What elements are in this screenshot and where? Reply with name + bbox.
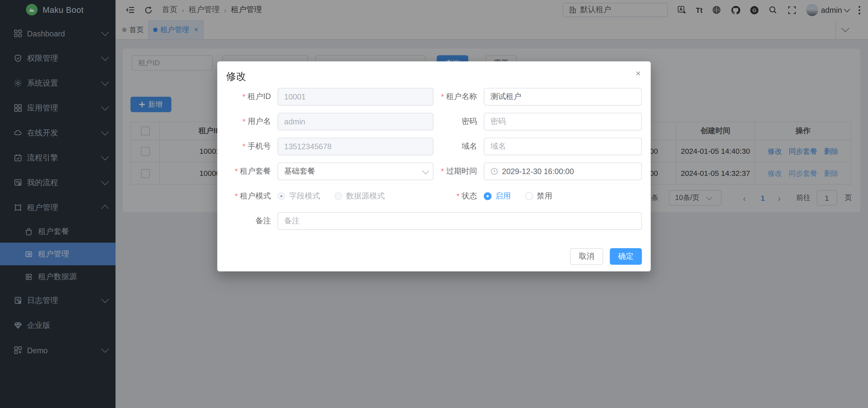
confirm-button[interactable]: 确定: [610, 248, 642, 265]
tab-overflow-button[interactable]: [835, 20, 855, 39]
sync-package-link[interactable]: 同步套餐: [788, 168, 817, 178]
close-icon[interactable]: ×: [636, 69, 641, 78]
prev-page-button[interactable]: ‹: [743, 190, 746, 206]
row-checkbox[interactable]: [141, 169, 150, 178]
sidebar-item-label: 应用管理: [27, 103, 102, 113]
chevron-down-icon: [101, 152, 109, 160]
radio-label: 字段模式: [289, 191, 320, 201]
tab-dot: [153, 27, 158, 32]
tab-tenant-management[interactable]: 租户管理 ×: [148, 20, 203, 39]
row-checkbox[interactable]: [141, 147, 150, 156]
sidebar-item-tenant-package[interactable]: 租户套餐: [0, 220, 116, 243]
tab-label: 首页: [129, 25, 144, 35]
locale-icon[interactable]: [677, 5, 686, 14]
sidebar-item-app-management[interactable]: 应用管理: [0, 96, 116, 121]
tenant-id-value: 10001: [284, 92, 306, 101]
sidebar-item-enterprise[interactable]: 企业版: [0, 313, 116, 338]
diamond-icon: [13, 321, 22, 329]
sidebar-item-system-settings[interactable]: 系统设置: [0, 71, 116, 96]
add-button[interactable]: 新增: [130, 97, 172, 112]
sidebar-item-permissions[interactable]: 权限管理: [0, 46, 116, 71]
search-icon[interactable]: [769, 5, 778, 14]
tenant-frame-icon: [13, 203, 22, 212]
goto-page-input[interactable]: 1: [816, 190, 837, 206]
tenant-id-filter-input[interactable]: 租户ID: [132, 55, 213, 71]
collapse-menu-icon[interactable]: [125, 5, 135, 14]
chevron-down-icon: [101, 295, 109, 303]
tab-dot: [122, 27, 127, 32]
apps-grid-icon: [13, 104, 22, 113]
created-cell: 2024-01-05 14:40:30: [676, 140, 755, 162]
mode-field-radio[interactable]: 字段模式: [277, 191, 320, 201]
logo-icon: [26, 3, 37, 15]
sync-package-link[interactable]: 同步套餐: [788, 146, 817, 156]
chevron-down-icon: [101, 127, 109, 135]
mobile-field: 13512345678: [277, 138, 433, 155]
delete-link[interactable]: 删除: [824, 146, 838, 156]
cancel-button-label: 取消: [579, 251, 594, 261]
sidebar-item-demo[interactable]: Demo: [0, 338, 116, 363]
page-size-value: 10条/页: [675, 193, 700, 203]
github-icon[interactable]: [731, 5, 740, 14]
select-all-checkbox[interactable]: [141, 127, 150, 135]
sidebar-item-label: 日志管理: [27, 295, 102, 306]
mobile-label: *手机号: [217, 138, 278, 155]
domain-field[interactable]: 域名: [484, 138, 642, 155]
username-value: admin: [284, 117, 305, 126]
chevron-down-icon: [101, 102, 109, 110]
expire-value: 2029-12-30 16:00:00: [502, 167, 574, 176]
package-value: 基础套餐: [284, 166, 315, 176]
delete-link[interactable]: 删除: [824, 168, 838, 178]
gitee-icon[interactable]: G: [750, 5, 759, 14]
shield-check-icon: [13, 54, 22, 63]
status-radio-group: 启用 禁用: [484, 187, 642, 205]
mode-datasource-radio[interactable]: 数据源模式: [335, 191, 385, 201]
password-field[interactable]: 密码: [484, 113, 642, 130]
tenant-name-field[interactable]: 测试租户: [484, 88, 642, 105]
edit-link[interactable]: 修改: [768, 168, 782, 178]
goto-label: 前往: [796, 190, 810, 206]
remark-field[interactable]: 备注: [277, 212, 642, 230]
select-all-cell: [131, 122, 160, 140]
sidebar-item-log-management[interactable]: 日志管理: [0, 288, 116, 313]
tenant-select-value: 默认租户: [580, 5, 611, 15]
globe-icon[interactable]: [712, 5, 721, 14]
user-menu[interactable]: admin: [806, 4, 849, 16]
expire-datepicker[interactable]: 2029-12-30 16:00:00: [484, 162, 642, 180]
radio-label: 数据源模式: [346, 191, 385, 201]
sidebar-item-online-dev[interactable]: 在线开发: [0, 121, 116, 146]
status-enabled-radio[interactable]: 启用: [484, 191, 511, 201]
font-size-icon[interactable]: Tt: [696, 5, 703, 14]
tab-home[interactable]: 首页: [118, 20, 148, 39]
tenant-select[interactable]: 默认租户: [563, 3, 668, 17]
radio-unchecked-disabled-icon: [335, 192, 342, 200]
breadcrumb-current: 租户管理: [231, 5, 262, 15]
edit-link[interactable]: 修改: [768, 146, 782, 156]
sidebar-item-dashboard[interactable]: Dashboard: [0, 21, 116, 46]
page-size-select[interactable]: 10条/页: [669, 190, 721, 206]
tab-close-icon[interactable]: ×: [194, 25, 198, 34]
sidebar-item-tenant-management-active[interactable]: 租户管理: [0, 243, 116, 265]
confirm-button-label: 确定: [618, 251, 634, 261]
demo-grid-icon: [13, 346, 22, 354]
refresh-icon[interactable]: [144, 5, 153, 14]
chevron-down-icon: [101, 77, 109, 86]
package-select[interactable]: 基础套餐: [277, 162, 433, 180]
column-header-ops: 操作: [755, 122, 851, 140]
remark-label: 备注: [217, 212, 278, 230]
cancel-button[interactable]: 取消: [570, 248, 603, 265]
sidebar-item-workflow-engine[interactable]: 流程引擎: [0, 146, 116, 170]
breadcrumb-tenant[interactable]: 租户管理: [189, 5, 220, 15]
breadcrumb-home[interactable]: 首页: [162, 5, 178, 15]
sidebar-item-my-workflow[interactable]: 我的流程: [0, 170, 116, 195]
fullscreen-icon[interactable]: [787, 5, 796, 14]
status-disabled-radio[interactable]: 禁用: [525, 191, 552, 201]
clock-icon: [490, 167, 498, 175]
sidebar-item-tenant-management[interactable]: 租户管理: [0, 195, 116, 220]
current-page[interactable]: 1: [761, 190, 765, 206]
sidebar-item-tenant-datasource[interactable]: 租户数据源: [0, 265, 116, 288]
more-menu-icon[interactable]: [859, 6, 861, 14]
chevron-down-icon: [101, 28, 109, 36]
next-page-button[interactable]: ›: [778, 190, 780, 206]
domain-label: 域名: [434, 138, 484, 155]
